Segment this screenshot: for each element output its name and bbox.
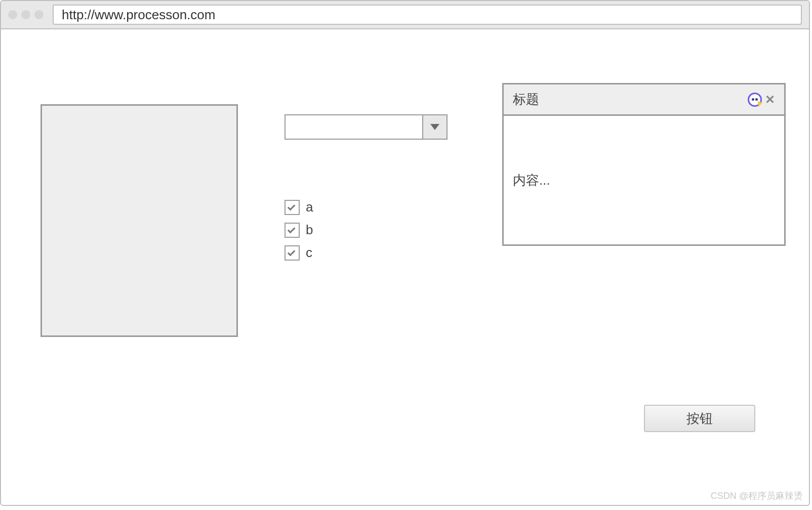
checkbox-a[interactable] bbox=[285, 200, 300, 215]
browser-window: http://www.processon.com a b c bbox=[0, 0, 810, 506]
check-icon bbox=[288, 202, 296, 210]
dialog-body: 内容... bbox=[504, 116, 784, 244]
window-close-icon[interactable] bbox=[8, 10, 17, 19]
checkbox-label: b bbox=[306, 222, 313, 238]
button-label: 按钮 bbox=[686, 410, 713, 428]
chevron-down-icon bbox=[430, 124, 439, 130]
combobox-toggle[interactable] bbox=[423, 114, 448, 140]
traffic-lights bbox=[8, 10, 44, 19]
browser-top-bar: http://www.processon.com bbox=[1, 1, 809, 29]
check-icon bbox=[288, 225, 296, 233]
combobox[interactable] bbox=[285, 114, 448, 140]
checkbox-b[interactable] bbox=[285, 223, 300, 238]
window-maximize-icon[interactable] bbox=[34, 10, 44, 19]
close-icon[interactable]: ✕ bbox=[765, 93, 775, 107]
combobox-input[interactable] bbox=[285, 114, 423, 140]
image-placeholder bbox=[40, 104, 238, 337]
check-icon bbox=[288, 248, 296, 256]
action-button[interactable]: 按钮 bbox=[644, 405, 755, 432]
dialog-content: 内容... bbox=[513, 172, 550, 189]
checkbox-group: a b c bbox=[285, 199, 313, 268]
dialog-panel: 标题 ✕ 内容... bbox=[502, 83, 786, 246]
checkbox-c[interactable] bbox=[285, 245, 300, 261]
checkbox-item: b bbox=[285, 222, 313, 238]
checkbox-item: c bbox=[285, 245, 313, 261]
checkbox-label: c bbox=[306, 245, 312, 261]
dialog-header-actions: ✕ bbox=[748, 93, 775, 107]
watermark-text: CSDN @程序员麻辣烫 bbox=[711, 490, 803, 502]
csdn-logo-icon bbox=[748, 93, 762, 107]
dialog-header: 标题 ✕ bbox=[504, 84, 784, 116]
dialog-title: 标题 bbox=[513, 91, 539, 108]
url-bar[interactable]: http://www.processon.com bbox=[53, 5, 802, 25]
window-minimize-icon[interactable] bbox=[21, 10, 30, 19]
checkbox-label: a bbox=[306, 199, 313, 215]
canvas-area: a b c 标题 ✕ 内容... 按钮 bbox=[1, 29, 809, 505]
checkbox-item: a bbox=[285, 199, 313, 215]
url-text: http://www.processon.com bbox=[62, 7, 215, 23]
